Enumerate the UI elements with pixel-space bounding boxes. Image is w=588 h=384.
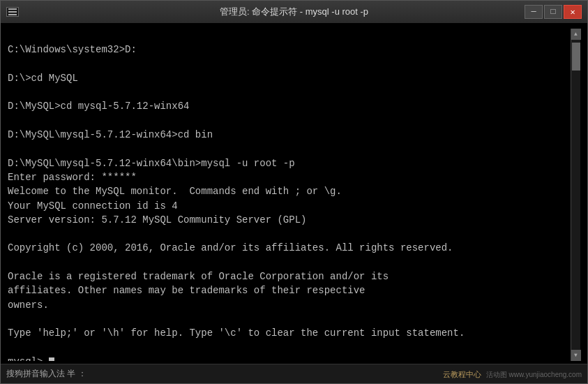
watermark-url: 活动图 www.yunjiaocheng.com (486, 371, 582, 378)
terminal-line: affiliates. Other names may be trademark… (8, 283, 571, 297)
terminal-line: Welcome to the MySQL monitor. Commands e… (8, 184, 571, 198)
terminal-line (8, 57, 571, 71)
terminal-line: owners. (8, 298, 571, 312)
terminal-line: mysql> (8, 355, 571, 361)
title-bar-left (6, 7, 19, 17)
window-title: 管理员: 命令提示符 - mysql -u root -p (220, 6, 368, 18)
terminal-line: Your MySQL connection id is 4 (8, 199, 571, 213)
watermark-text: 云教程中心 (443, 370, 483, 378)
watermark-area: 云教程中心 活动图 www.yunjiaocheng.com (443, 368, 582, 381)
terminal-line: Oracle is a registered trademark of Orac… (8, 269, 571, 283)
close-button[interactable]: ✕ (564, 5, 582, 19)
status-bar: 搜狗拼音输入法 半 ： 云教程中心 活动图 www.yunjiaocheng.c… (1, 364, 587, 383)
terminal-line (8, 142, 571, 156)
terminal-line (8, 227, 571, 241)
window-icon (6, 7, 19, 17)
terminal-line: Server version: 5.7.12 MySQL Community S… (8, 213, 571, 227)
ime-indicator: 搜狗拼音输入法 半 ： (6, 368, 86, 380)
terminal-line (8, 29, 571, 43)
terminal-line (8, 341, 571, 355)
terminal-line (8, 312, 571, 326)
watermark-label: 云教程中心 (443, 370, 481, 378)
title-bar: 管理员: 命令提示符 - mysql -u root -p ─ □ ✕ (1, 1, 587, 23)
terminal-line: D:\MySQL>cd mysql-5.7.12-winx64 (8, 99, 571, 113)
terminal-line: D:\>cd MySQL (8, 71, 571, 85)
terminal-line: D:\MySQL\mysql-5.7.12-winx64\bin>mysql -… (8, 156, 571, 170)
terminal-line: C:\Windows\system32>D: (8, 43, 571, 57)
terminal-line (8, 256, 571, 269)
terminal-body[interactable]: C:\Windows\system32>D: D:\>cd MySQL D:\M… (1, 23, 587, 364)
terminal-line (8, 114, 571, 128)
terminal-content: C:\Windows\system32>D: D:\>cd MySQL D:\M… (8, 29, 571, 361)
cursor (49, 357, 54, 361)
terminal-line: Copyright (c) 2000, 2016, Oracle and/or … (8, 241, 571, 255)
scrollbar-thumb[interactable] (572, 43, 580, 71)
title-controls: ─ □ ✕ (525, 5, 582, 19)
cmd-window: 管理员: 命令提示符 - mysql -u root -p ─ □ ✕ C:\W… (0, 0, 588, 384)
terminal-line (8, 85, 571, 99)
terminal-line: D:\MySQL\mysql-5.7.12-winx64>cd bin (8, 128, 571, 142)
minimize-button[interactable]: ─ (525, 5, 543, 19)
terminal-line: Type 'help;' or '\h' for help. Type '\c'… (8, 326, 571, 340)
scroll-up-arrow[interactable]: ▲ (571, 29, 581, 40)
scrollbar[interactable]: ▲ ▼ (571, 29, 580, 361)
maximize-button[interactable]: □ (544, 5, 562, 19)
scroll-down-arrow[interactable]: ▼ (571, 350, 581, 361)
terminal-line: Enter password: ****** (8, 170, 571, 184)
scrollbar-track[interactable] (571, 40, 580, 350)
